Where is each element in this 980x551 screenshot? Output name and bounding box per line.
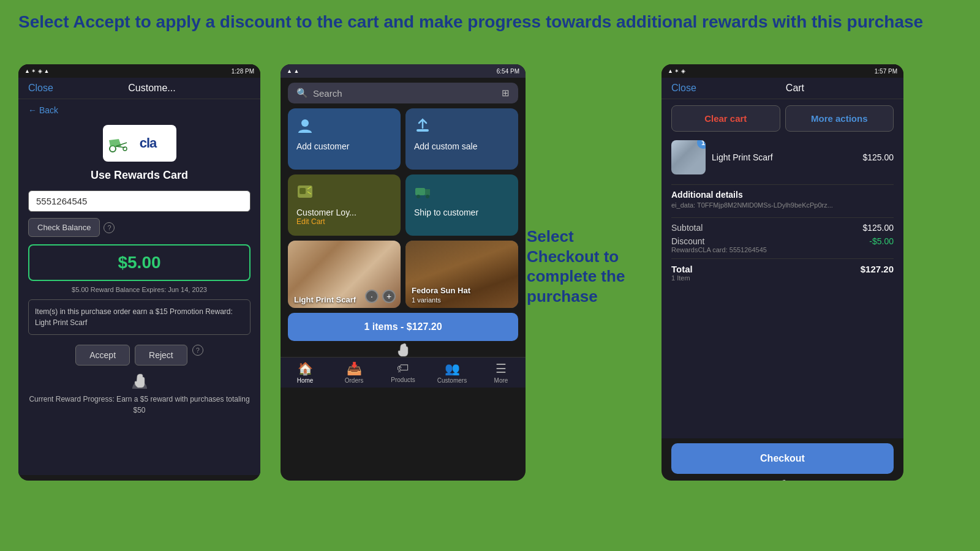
action-grid: Add customer Add custom sale Customer L <box>281 108 526 236</box>
divider-1 <box>671 184 894 185</box>
hat-variants: 1 variants <box>412 296 441 304</box>
add-customer-label: Add customer <box>296 141 392 151</box>
svg-line-2 <box>116 146 125 148</box>
barcode-icon[interactable]: ⊞ <box>502 88 510 99</box>
phone2-cursor <box>281 342 526 357</box>
discount-label-group: Discount RewardsCLA card: 5551264545 <box>671 236 767 253</box>
scarf-label: Light Print Scarf <box>288 291 362 308</box>
phone3-content: Clear cart More actions 1 Light Print Sc… <box>662 99 903 438</box>
reward-progress: Current Reward Progress: Earn a $5 rewar… <box>28 394 251 416</box>
accept-button[interactable]: Accept <box>75 345 130 365</box>
more-icon: ☰ <box>496 361 507 376</box>
customer-loyalty-card[interactable]: Customer Loy... Edit Cart <box>288 174 401 236</box>
status-icons-3: ▲ ✶ ◈ <box>668 68 685 74</box>
orders-label: Orders <box>345 377 364 384</box>
subtotal-row: Subtotal $125.00 <box>671 223 894 233</box>
ship-to-customer-icon <box>414 183 510 204</box>
checkout-button[interactable]: Checkout <box>671 443 894 474</box>
nav-products[interactable]: 🏷 Products <box>379 361 428 384</box>
status-bar-3: ▲ ✶ ◈ 1:57 PM <box>662 64 903 78</box>
ship-to-customer-label: Ship to customer <box>414 208 510 217</box>
cart-item-row: 1 Light Print Scarf $125.00 <box>671 140 894 174</box>
nav-orders[interactable]: 📥 Orders <box>330 361 379 384</box>
status-time-1: 1:28 PM <box>232 68 254 75</box>
balance-box: $5.00 <box>28 244 251 281</box>
promo-text: Item(s) in this purchase order earn a $1… <box>35 307 233 327</box>
home-icon: 🏠 <box>298 361 313 376</box>
divider-2 <box>671 217 894 218</box>
svg-point-0 <box>110 146 116 152</box>
status-time-2: 6:54 PM <box>497 68 519 75</box>
more-label: More <box>494 377 508 384</box>
svg-point-10 <box>417 195 420 198</box>
customer-loyalty-icon <box>296 183 392 204</box>
phone-2: ▲ ▲ 6:54 PM 🔍 Search ⊞ Add customer <box>281 64 526 481</box>
phone3-cursor <box>662 479 903 481</box>
checkout-bar[interactable]: 1 items - $127.20 <box>288 313 518 341</box>
reject-button[interactable]: Reject <box>135 345 187 365</box>
scarf-dot: · <box>365 290 379 303</box>
fedora-sun-hat-card[interactable]: Fedora Sun Hat 1 variants <box>405 241 518 308</box>
discount-sublabel: RewardsCLA card: 5551264545 <box>671 246 767 253</box>
svg-point-11 <box>426 195 429 198</box>
discount-label: Discount <box>671 236 767 246</box>
light-print-scarf-card[interactable]: Light Print Scarf · + <box>288 241 401 308</box>
discount-row: Discount RewardsCLA card: 5551264545 -$5… <box>671 236 894 253</box>
ship-to-customer-card[interactable]: Ship to customer <box>405 174 518 236</box>
home-label: Home <box>297 377 314 384</box>
cursor-indicator <box>28 372 251 389</box>
cart-item-price: $125.00 <box>862 152 894 162</box>
logo-wheelbarrow-icon <box>105 134 130 152</box>
cart-action-row: Clear cart More actions <box>671 105 894 132</box>
products-label: Products <box>391 377 415 383</box>
hand-cursor-icon-2 <box>396 342 410 357</box>
nav-customers[interactable]: 👥 Customers <box>428 361 477 384</box>
check-balance-row: Check Balance ? <box>28 218 251 237</box>
add-customer-card[interactable]: Add customer <box>288 108 401 170</box>
nav-more[interactable]: ☰ More <box>477 361 526 384</box>
promo-box: Item(s) in this purchase order earn a $1… <box>28 299 251 335</box>
search-bar[interactable]: 🔍 Search ⊞ <box>288 83 518 103</box>
total-sublabel: 1 Item <box>671 274 693 282</box>
orders-icon: 📥 <box>347 361 362 376</box>
hand-cursor-icon <box>131 372 148 389</box>
total-value: $127.20 <box>861 264 894 274</box>
phone-3: ▲ ✶ ◈ 1:57 PM Close Cart Clear cart More… <box>662 64 903 481</box>
cart-item-image: 1 <box>671 140 706 174</box>
instruction-text: Select Accept to apply a discount to the… <box>18 11 962 33</box>
subtotal-value: $125.00 <box>862 223 894 233</box>
hat-label: Fedora Sun Hat 1 variants <box>405 282 477 308</box>
total-label-group: Total 1 Item <box>671 264 693 282</box>
status-bar-2: ▲ ▲ 6:54 PM <box>281 64 526 78</box>
customer-loyalty-label: Customer Loy... <box>296 208 392 217</box>
status-icons-1: ▲ ✶ ◈ ▲ <box>24 68 49 74</box>
customer-loyalty-sublabel: Edit Cart <box>296 217 392 226</box>
status-bar-1: ▲ ✶ ◈ ▲ 1:28 PM <box>18 64 260 78</box>
status-time-3: 1:57 PM <box>875 68 897 75</box>
add-custom-sale-label: Add custom sale <box>414 141 510 151</box>
svg-point-5 <box>301 119 309 127</box>
logo-box: cla <box>103 125 176 162</box>
search-icon: 🔍 <box>296 88 308 99</box>
close-button-1[interactable]: Close <box>28 83 53 94</box>
customers-label: Customers <box>437 377 467 384</box>
add-custom-sale-icon <box>414 117 510 138</box>
clear-cart-button[interactable]: Clear cart <box>671 105 780 132</box>
phone1-navbar: Close Custome... <box>18 78 260 99</box>
back-link[interactable]: ← Back <box>28 105 251 115</box>
cart-item-name: Light Print Scarf <box>712 152 856 162</box>
nav-home[interactable]: 🏠 Home <box>281 361 330 384</box>
add-custom-sale-card[interactable]: Add custom sale <box>405 108 518 170</box>
check-balance-button[interactable]: Check Balance <box>28 218 100 237</box>
balance-amount: $5.00 <box>37 253 242 272</box>
card-number-input[interactable] <box>28 190 251 212</box>
svg-rect-9 <box>415 188 425 195</box>
callout-text: Select Checkout to complete the purchase <box>527 227 637 306</box>
scarf-plus[interactable]: + <box>382 290 396 303</box>
close-button-3[interactable]: Close <box>671 83 696 94</box>
action-info-icon[interactable]: ? <box>192 345 203 356</box>
add-customer-icon <box>296 117 392 138</box>
more-actions-button[interactable]: More actions <box>785 105 894 132</box>
info-icon[interactable]: ? <box>104 222 115 233</box>
phone1-content: ← Back cla Use Rewards Card Check Balanc… <box>18 99 260 475</box>
